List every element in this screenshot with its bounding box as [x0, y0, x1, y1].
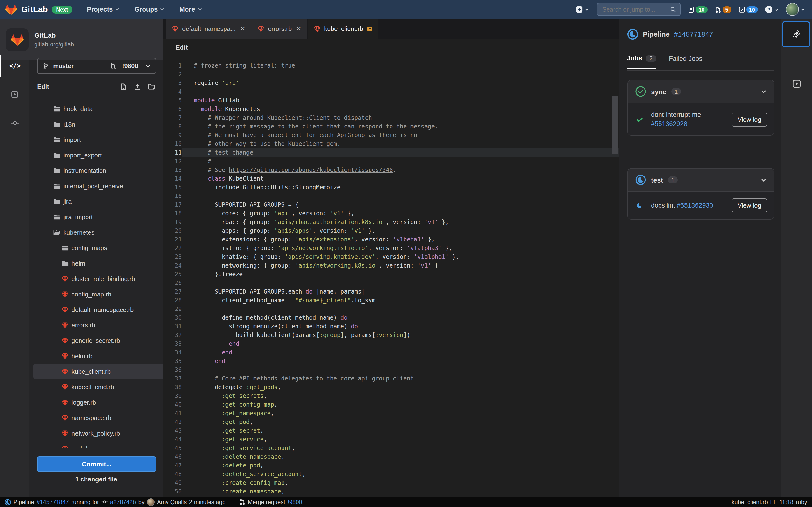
code-line[interactable]: 41 :get_namespace, [163, 409, 619, 418]
merge-requests-counter[interactable]: 5 [715, 6, 731, 13]
edit-mode-icon[interactable]: </> [0, 55, 30, 77]
code-editor[interactable]: 1# frozen_string_literal: true23require … [163, 56, 619, 497]
tree-item[interactable]: instrumentation [33, 163, 163, 178]
code-line[interactable]: 36 [163, 365, 619, 374]
code-line[interactable]: 34 end [163, 348, 619, 357]
tree-item[interactable]: generic_secret.rb [33, 333, 163, 348]
code-line[interactable]: 50 :create_namespace, [163, 487, 619, 496]
commit-sha-link[interactable]: a278742b [110, 499, 136, 505]
gitlab-logo[interactable]: GitLab [5, 3, 48, 15]
code-line[interactable]: 45 :get_service_account, [163, 444, 619, 452]
upload-icon[interactable] [134, 83, 141, 90]
merge-request-summary[interactable]: Merge request !9800 [239, 499, 302, 505]
tree-item[interactable]: config_map.rb [33, 286, 163, 302]
tree-item[interactable]: kube_client.rb [33, 363, 163, 379]
job-id-link[interactable]: #551362930 [677, 202, 713, 209]
live-preview-icon[interactable] [781, 69, 812, 98]
tree-item[interactable]: import [33, 132, 163, 147]
code-line[interactable]: 12 # [163, 157, 619, 166]
code-line[interactable]: 37 # Core API methods delegates to the c… [163, 374, 619, 383]
new-menu[interactable] [576, 6, 590, 13]
tab-failed-jobs[interactable]: Failed Jobs [669, 55, 702, 68]
tree-item[interactable]: internal_post_receive [33, 178, 163, 193]
tree-item[interactable]: kubectl_cmd.rb [33, 379, 163, 394]
tree-item[interactable]: config_maps [33, 240, 163, 256]
new-folder-icon[interactable] [148, 83, 155, 90]
status-eol[interactable]: LF [770, 499, 777, 505]
code-line[interactable]: 20 apps: { group: 'apis/apps', version: … [163, 226, 619, 235]
pipeline-id-link[interactable]: #145771847 [37, 499, 69, 505]
editor-scrollbar[interactable] [612, 96, 618, 154]
tree-item[interactable]: i18n [33, 116, 163, 132]
code-line[interactable]: 49 :create_config_map, [163, 478, 619, 487]
commit-button[interactable]: Commit... [37, 456, 156, 472]
tree-item[interactable]: errors.rb [33, 317, 163, 333]
pipeline-panel-toggle[interactable] [782, 21, 810, 47]
tree-item[interactable]: network_policy.rb [33, 426, 163, 441]
code-line[interactable]: 28 client_method_name = "#{name}_client"… [163, 296, 619, 305]
tree-item[interactable]: helm [33, 256, 163, 271]
tab-jobs[interactable]: Jobs 2 [627, 55, 656, 68]
close-icon[interactable]: ✕ [296, 25, 301, 32]
issues-counter[interactable]: 10 [688, 6, 708, 13]
tree-item[interactable]: hook_data [33, 101, 163, 116]
editor-tab[interactable]: default_namespa...✕ [166, 19, 251, 39]
code-line[interactable]: 15 include Gitlab::Utils::StrongMemoize [163, 183, 619, 192]
commit-mode-icon[interactable] [0, 112, 30, 134]
editor-tab[interactable]: errors.rb✕ [252, 19, 307, 39]
code-line[interactable]: 6 module Kubernetes [163, 105, 619, 113]
view-log-button[interactable]: View log [732, 112, 767, 126]
tree-item[interactable]: jira [33, 193, 163, 209]
status-language[interactable]: ruby [796, 499, 807, 505]
nav-menu-groups[interactable]: Groups [135, 6, 165, 13]
code-line[interactable]: 33 end [163, 339, 619, 348]
job-id-link[interactable]: #551362928 [651, 119, 701, 128]
user-menu[interactable] [786, 3, 805, 16]
branch-selector[interactable]: master !9800 [37, 58, 156, 74]
todos-counter[interactable]: 10 [739, 6, 758, 13]
code-line[interactable]: 26 [163, 279, 619, 287]
stage-header[interactable]: test1 [628, 169, 774, 192]
search-input[interactable] [602, 6, 661, 13]
code-line[interactable]: 7 # Wrapper around Kubeclient::Client to… [163, 113, 619, 122]
pipeline-status-summary[interactable]: Pipeline #145771847 running for a278742b… [4, 498, 225, 506]
code-line[interactable]: 38 delegate :get_pods, [163, 383, 619, 392]
code-line[interactable]: 14 class KubeClient [163, 174, 619, 183]
code-line[interactable]: 27 SUPPORTED_API_GROUPS.each do |name, p… [163, 287, 619, 296]
tree-item[interactable]: logger.rb [33, 394, 163, 410]
code-line[interactable]: 8 # the right message to the client that… [163, 122, 619, 131]
code-line[interactable]: 19 rbac: { group: 'apis/rbac.authorizati… [163, 218, 619, 226]
tree-item[interactable]: helm.rb [33, 348, 163, 363]
review-mode-icon[interactable] [0, 83, 30, 105]
tree-item[interactable]: pod.rb [33, 441, 163, 448]
code-line[interactable]: 18 core: { group: 'api', version: 'v1' }… [163, 209, 619, 218]
code-line[interactable]: 11 # test change [163, 148, 619, 157]
code-line[interactable]: 22 istio: { group: 'apis/networking.isti… [163, 244, 619, 252]
code-line[interactable]: 4 [163, 88, 619, 96]
tree-item[interactable]: cluster_role_binding.rb [33, 271, 163, 286]
code-line[interactable]: 2 [163, 70, 619, 79]
code-line[interactable]: 47 :delete_pod, [163, 461, 619, 470]
tree-item[interactable]: jira_import [33, 209, 163, 225]
editor-tab[interactable]: kube_client.rb [308, 19, 378, 39]
code-line[interactable]: 43 :get_secret, [163, 427, 619, 435]
code-line[interactable]: 24 networking: { group: 'apis/networking… [163, 261, 619, 270]
code-line[interactable]: 30 define_method(client_method_name) do [163, 314, 619, 322]
mr-id-link[interactable]: !9800 [288, 499, 302, 505]
code-line[interactable]: 9 # We must have a kubeclient for each A… [163, 131, 619, 139]
code-line[interactable]: 16 [163, 192, 619, 201]
stage-header[interactable]: sync1 [628, 80, 774, 103]
code-line[interactable]: 35 end [163, 357, 619, 365]
code-line[interactable]: 25 }.freeze [163, 270, 619, 279]
pipeline-id-link[interactable]: #145771847 [674, 31, 713, 38]
search-box[interactable] [597, 3, 681, 16]
tree-item[interactable]: namespace.rb [33, 410, 163, 426]
code-line[interactable]: 39 :get_secrets, [163, 392, 619, 400]
tree-item[interactable]: import_export [33, 147, 163, 163]
tree-item[interactable]: default_namespace.rb [33, 302, 163, 317]
code-line[interactable]: 46 :delete_namespace, [163, 452, 619, 461]
code-line[interactable]: 23 knative: { group: 'apis/serving.knati… [163, 252, 619, 261]
code-line[interactable]: 1# frozen_string_literal: true [163, 61, 619, 70]
code-line[interactable]: 17 SUPPORTED_API_GROUPS = { [163, 201, 619, 209]
status-cursor-position[interactable]: 11:18 [779, 499, 794, 505]
